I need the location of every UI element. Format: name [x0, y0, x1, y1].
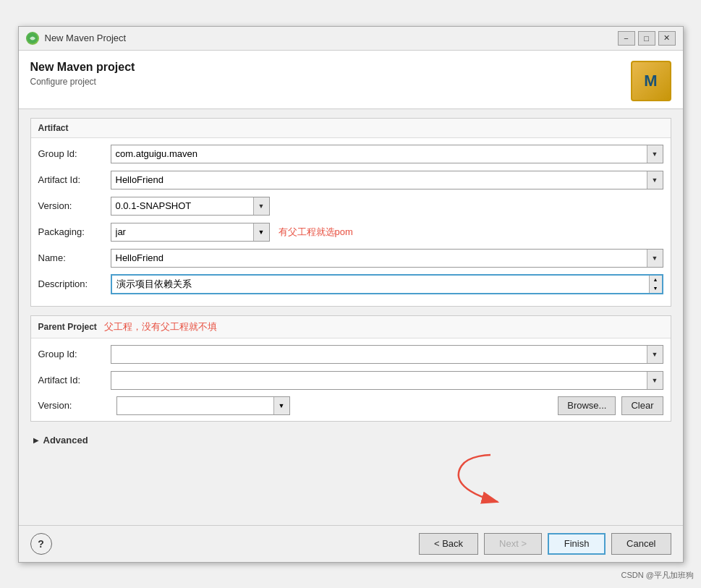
- parent-group-id-dropdown[interactable]: ▼: [647, 346, 663, 363]
- browse-button[interactable]: Browse...: [558, 396, 616, 415]
- advanced-toggle-icon: ▶: [33, 436, 39, 444]
- artifact-id-control: ▼: [111, 171, 663, 189]
- dialog-header: New Maven project Configure project M: [19, 51, 683, 109]
- name-label: Name:: [38, 252, 111, 263]
- spin-down-button[interactable]: ▼: [650, 284, 662, 293]
- packaging-row: Packaging: ▼ 有父工程就选pom: [38, 222, 663, 242]
- parent-version-dropdown[interactable]: ▼: [273, 397, 289, 414]
- parent-section-body: Group Id: ▼ Artifact Id:: [31, 338, 671, 421]
- name-dropdown[interactable]: ▼: [647, 250, 663, 267]
- parent-annotation: 父工程，没有父工程就不填: [104, 320, 217, 333]
- description-combo[interactable]: ▲ ▼: [111, 274, 663, 294]
- arrow-section: [30, 459, 671, 516]
- dialog-content: Artifact Group Id: ▼: [19, 109, 683, 525]
- description-label: Description:: [38, 278, 111, 289]
- parent-group-id-label: Group Id:: [38, 349, 111, 359]
- parent-section-header: Parent Project 父工程，没有父工程就不填: [31, 316, 671, 338]
- name-input[interactable]: [111, 250, 647, 267]
- artifact-id-dropdown[interactable]: ▼: [647, 171, 663, 189]
- finish-button[interactable]: Finish: [548, 533, 606, 555]
- description-spinner: ▲ ▼: [649, 276, 662, 293]
- artifact-id-input[interactable]: [111, 171, 647, 189]
- cancel-button[interactable]: Cancel: [611, 533, 671, 555]
- version-combo[interactable]: ▼: [111, 197, 270, 216]
- name-combo[interactable]: ▼: [111, 249, 663, 268]
- packaging-label: Packaging:: [38, 226, 111, 237]
- artifact-section-header: Artifact: [31, 119, 671, 138]
- dialog-wrapper: New Maven Project − □ ✕ New Maven projec…: [0, 0, 701, 588]
- next-button[interactable]: Next >: [484, 533, 542, 555]
- advanced-label: Advanced: [43, 435, 88, 446]
- window-controls: − □ ✕: [618, 31, 676, 46]
- parent-group-id-row: Group Id: ▼: [38, 344, 663, 365]
- dialog-title: New Maven Project: [45, 33, 612, 43]
- dialog-main-title: New Maven project: [30, 61, 135, 74]
- parent-artifact-id-label: Artifact Id:: [38, 375, 111, 385]
- back-button[interactable]: < Back: [419, 533, 478, 555]
- packaging-control: ▼ 有父工程就选pom: [111, 223, 663, 242]
- version-label: Version:: [38, 200, 111, 211]
- group-id-label: Group Id:: [38, 148, 111, 159]
- parent-section-label: Parent Project: [38, 322, 97, 332]
- group-id-dropdown[interactable]: ▼: [647, 145, 663, 163]
- advanced-section: ▶ Advanced: [30, 430, 671, 450]
- packaging-annotation: 有父工程就选pom: [279, 226, 353, 239]
- group-id-row: Group Id: ▼: [38, 144, 663, 164]
- parent-group-id-control: ▼: [111, 345, 663, 364]
- artifact-id-label: Artifact Id:: [38, 174, 111, 185]
- maven-icon: M: [631, 61, 671, 101]
- name-row: Name: ▼: [38, 248, 663, 268]
- help-button[interactable]: ?: [30, 533, 52, 555]
- watermark: CSDN @平凡加班狗: [621, 570, 694, 581]
- close-button[interactable]: ✕: [658, 31, 676, 46]
- maximize-button[interactable]: □: [638, 31, 655, 46]
- dialog-footer: ? < Back Next > Finish Cancel: [19, 525, 683, 562]
- parent-group-id-input[interactable]: [111, 346, 647, 363]
- app-icon: [26, 32, 39, 45]
- version-control: ▼: [111, 197, 663, 216]
- clear-button[interactable]: Clear: [621, 396, 663, 415]
- description-row: Description: ▲ ▼: [38, 274, 663, 294]
- advanced-toggle[interactable]: ▶ Advanced: [30, 430, 671, 450]
- packaging-dropdown[interactable]: ▼: [253, 223, 269, 241]
- artifact-section: Artifact Group Id: ▼: [30, 118, 671, 307]
- parent-section: Parent Project 父工程，没有父工程就不填 Group Id: ▼: [30, 315, 671, 422]
- new-maven-project-dialog: New Maven Project − □ ✕ New Maven projec…: [18, 26, 684, 563]
- parent-version-combo[interactable]: ▼: [116, 396, 290, 415]
- parent-artifact-id-row: Artifact Id: ▼: [38, 370, 663, 391]
- artifact-id-row: Artifact Id: ▼: [38, 170, 663, 190]
- title-bar: New Maven Project − □ ✕: [19, 27, 683, 51]
- version-row: Version: ▼: [38, 196, 663, 216]
- group-id-combo[interactable]: ▼: [111, 145, 663, 163]
- parent-version-label: Version:: [38, 400, 111, 411]
- parent-version-input[interactable]: [117, 400, 273, 411]
- version-dropdown[interactable]: ▼: [253, 197, 269, 215]
- parent-version-row: Version: ▼ Browse... Clear: [38, 396, 663, 415]
- parent-group-id-combo[interactable]: ▼: [111, 345, 663, 364]
- dialog-subtitle: Configure project: [30, 77, 135, 87]
- description-input[interactable]: [112, 276, 649, 293]
- name-control: ▼: [111, 249, 663, 268]
- description-control: ▲ ▼: [111, 274, 663, 294]
- artifact-id-combo[interactable]: ▼: [111, 171, 663, 189]
- group-id-input[interactable]: [111, 145, 647, 163]
- footer-buttons: < Back Next > Finish Cancel: [419, 533, 671, 555]
- version-input[interactable]: [111, 197, 253, 215]
- packaging-combo[interactable]: ▼: [111, 223, 270, 242]
- artifact-section-body: Group Id: ▼ Artifact Id:: [31, 138, 671, 306]
- parent-artifact-id-dropdown[interactable]: ▼: [647, 372, 663, 389]
- parent-artifact-id-control: ▼: [111, 371, 663, 390]
- group-id-control: ▼: [111, 145, 663, 163]
- parent-artifact-id-combo[interactable]: ▼: [111, 371, 663, 390]
- header-text: New Maven project Configure project: [30, 61, 135, 87]
- red-arrow: [447, 451, 592, 509]
- packaging-input[interactable]: [111, 226, 253, 237]
- minimize-button[interactable]: −: [618, 31, 635, 46]
- spin-up-button[interactable]: ▲: [650, 276, 662, 284]
- parent-artifact-id-input[interactable]: [111, 372, 647, 389]
